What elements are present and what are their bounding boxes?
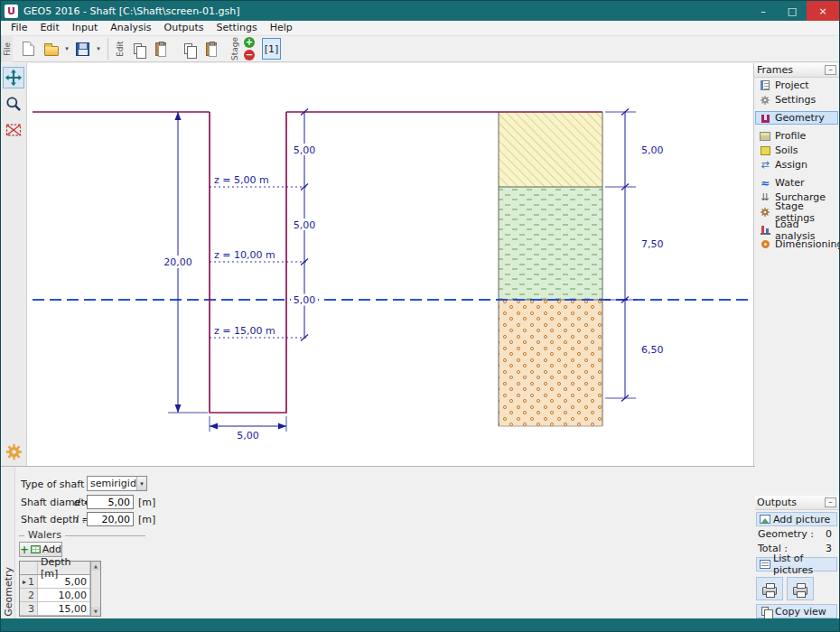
- z-label-1: z = 5,00 m: [214, 174, 269, 186]
- move-tool-button[interactable]: [3, 67, 24, 88]
- sidebar-item-stage-settings[interactable]: Stage settings: [755, 205, 838, 218]
- row-number-cell[interactable]: 2: [20, 589, 38, 602]
- stage-group-label: Stage: [229, 37, 239, 60]
- save-dropdown-button[interactable]: ▾: [94, 37, 103, 60]
- surcharge-icon: ⇊: [759, 191, 771, 203]
- scroll-down-icon[interactable]: ▼: [91, 607, 100, 616]
- outputs-panel-title: Outputs: [757, 497, 825, 508]
- print-button[interactable]: [756, 577, 783, 600]
- table-scrollbar[interactable]: ▲ ▼: [90, 562, 100, 616]
- new-file-button[interactable]: [17, 37, 40, 60]
- depth-unit: [m]: [138, 514, 155, 525]
- cancel-zoom-button[interactable]: [3, 119, 24, 141]
- remove-stage-button[interactable]: −: [244, 50, 255, 60]
- soil-dim-1: 5,00: [641, 144, 664, 156]
- menu-input[interactable]: Input: [66, 22, 104, 33]
- depth-cell[interactable]: 5,00: [38, 575, 90, 589]
- outputs-panel-header: Outputs –: [754, 496, 839, 510]
- paste-icon: [155, 42, 166, 56]
- add-stage-button[interactable]: +: [244, 37, 255, 48]
- copy-data-button[interactable]: [177, 37, 200, 60]
- minimize-button[interactable]: –: [749, 1, 778, 21]
- dimensioning-icon: [759, 238, 771, 250]
- maximize-button[interactable]: □: [778, 1, 807, 21]
- frames-minimize-button[interactable]: –: [825, 65, 836, 75]
- drawing-canvas[interactable]: 20,00 5,00 5,00 5,00 z = 5,00 m z = 10,0…: [27, 63, 755, 466]
- depth-cell[interactable]: 10,00: [38, 589, 90, 602]
- copy-view-button[interactable]: Copy view: [756, 604, 837, 618]
- row-number-cell[interactable]: 3: [20, 602, 38, 616]
- file-toolbar-tab[interactable]: File: [1, 35, 13, 62]
- shaft-depth-input[interactable]: [87, 512, 134, 526]
- z-label-3: z = 15,00 m: [214, 325, 275, 337]
- move-icon: [5, 69, 23, 87]
- copy-button[interactable]: [126, 37, 149, 60]
- water-icon: ≈: [759, 177, 771, 189]
- dim-segment-3: 5,00: [294, 294, 316, 306]
- menu-outputs[interactable]: Outputs: [158, 22, 210, 33]
- sidebar-item-label: Project: [775, 79, 809, 91]
- menu-analysis[interactable]: Analysis: [104, 22, 157, 33]
- open-folder-icon: [44, 46, 59, 56]
- sidebar-item-project[interactable]: Project: [755, 79, 838, 92]
- sidebar-item-settings[interactable]: Settings: [755, 93, 838, 107]
- shaft-diameter-input[interactable]: [87, 495, 134, 509]
- outputs-minimize-button[interactable]: –: [825, 497, 836, 507]
- add-picture-button[interactable]: Add picture: [756, 512, 837, 526]
- paste-icon: [206, 42, 217, 56]
- open-dropdown-button[interactable]: ▾: [62, 37, 71, 60]
- depth-cell[interactable]: 15,00: [38, 602, 90, 616]
- sidebar-item-geometry[interactable]: Geometry: [755, 111, 838, 125]
- sidebar-item-soils[interactable]: Soils: [755, 144, 838, 157]
- scroll-up-icon[interactable]: ▲: [91, 562, 100, 571]
- soils-icon: [759, 144, 771, 156]
- gear-icon: [5, 442, 23, 461]
- sidebar-item-label: Soils: [775, 144, 798, 156]
- sidebar-item-assign[interactable]: ⇄ Assign: [755, 158, 838, 172]
- bottom-tab-strip: Geometry: [1, 467, 15, 620]
- save-icon: [76, 42, 89, 56]
- zoom-tool-button[interactable]: [3, 93, 24, 115]
- drawing-settings-button[interactable]: [5, 442, 23, 461]
- paste-data-button[interactable]: [200, 37, 222, 60]
- print-preview-button[interactable]: [787, 577, 814, 600]
- type-of-shaft-label: Type of shaft :: [21, 479, 91, 490]
- menu-help[interactable]: Help: [264, 22, 299, 33]
- app-window: U GEO5 2016 - Shaft [C:\Shaft\screen-01.…: [0, 0, 840, 632]
- add-button-label: Add: [42, 544, 61, 555]
- menu-edit[interactable]: Edit: [33, 22, 65, 33]
- sidebar-item-profile[interactable]: Profile: [755, 129, 838, 143]
- open-file-button[interactable]: [40, 37, 62, 60]
- table-icon: [31, 545, 41, 553]
- row-number-cell[interactable]: ▸ 1: [20, 575, 38, 589]
- window-title: GEO5 2016 - Shaft [C:\Shaft\screen-01.gs…: [23, 5, 749, 17]
- sidebar-item-dimensioning[interactable]: Dimensioning: [755, 237, 838, 251]
- new-document-icon: [23, 42, 34, 56]
- menubar: File Edit Input Analysis Outputs Setting…: [1, 21, 839, 34]
- printer-icon: [793, 587, 807, 595]
- tab-geometry[interactable]: Geometry: [3, 567, 14, 617]
- magnifier-icon: [5, 95, 23, 113]
- sidebar-item-water[interactable]: ≈ Water: [755, 176, 838, 190]
- chevron-down-icon: ▾: [136, 477, 146, 490]
- add-waler-button[interactable]: + Add: [19, 542, 62, 557]
- menu-settings[interactable]: Settings: [210, 22, 264, 33]
- sidebar-item-label: Geometry: [775, 112, 825, 124]
- titlebar: U GEO5 2016 - Shaft [C:\Shaft\screen-01.…: [1, 1, 839, 21]
- toolbar: File ▾ ▾ Edit Stage + − [1]: [1, 35, 839, 62]
- soil-column: [499, 112, 602, 426]
- outputs-panel: Outputs – Add picture Geometry : 0 Total…: [754, 496, 839, 618]
- stage-1-button[interactable]: [1]: [262, 38, 281, 60]
- dim-segment-2: 5,00: [294, 219, 316, 231]
- paste-button[interactable]: [149, 37, 172, 60]
- list-of-pictures-button[interactable]: List of pictures: [756, 557, 837, 572]
- sidebar-item-label: Settings: [775, 94, 816, 106]
- soil-layer-3: [499, 300, 602, 426]
- save-file-button[interactable]: [71, 37, 94, 60]
- close-button[interactable]: ×: [807, 1, 839, 21]
- shaft-drawing: 20,00 5,00 5,00 5,00 z = 5,00 m z = 10,0…: [27, 63, 755, 466]
- menu-file[interactable]: File: [5, 22, 33, 33]
- sidebar-item-load-analysis[interactable]: Load analysis: [755, 223, 838, 237]
- type-of-shaft-select[interactable]: semirigid ▾: [87, 476, 147, 491]
- right-sidebar: Frames – Project Settings Geometry Profi…: [753, 63, 839, 620]
